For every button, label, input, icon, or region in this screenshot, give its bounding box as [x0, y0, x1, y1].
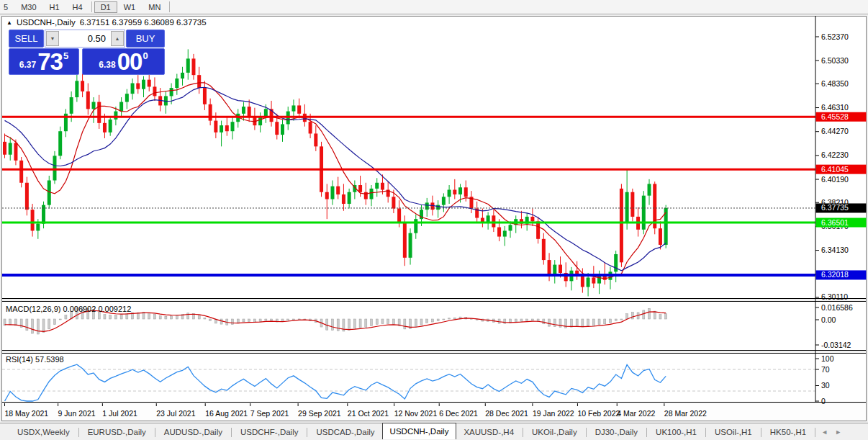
tab-audusd-daily[interactable]: AUDUSD-,Daily: [157, 426, 230, 439]
svg-text:6 Dec 2021: 6 Dec 2021: [439, 409, 478, 418]
svg-text:0: 0: [821, 397, 826, 405]
tab-usdx-weekly[interactable]: USDX,Weekly: [10, 426, 77, 439]
chart-ohlc-values: 6.37151 6.37959 6.36089 6.37735: [80, 18, 207, 27]
toolbar-separator: [91, 1, 92, 12]
tab-separator: [523, 428, 523, 437]
buy-price-small: 6.38: [99, 60, 115, 70]
tab-dj30-daily[interactable]: DJ30-,Daily: [588, 426, 645, 439]
tab-hk50-h1[interactable]: HK50-,H1: [763, 426, 814, 439]
svg-text:16 Aug 2021: 16 Aug 2021: [205, 409, 248, 418]
trading-terminal: { "toolbar": {"timeframes": ["5","M30","…: [0, 0, 868, 440]
tab-separator: [761, 428, 761, 437]
svg-text:6.42230: 6.42230: [821, 151, 849, 159]
tab-scroll-right-icon[interactable]: ►: [835, 428, 841, 436]
timeframe-m30[interactable]: M30: [14, 1, 42, 13]
tab-separator: [646, 428, 647, 437]
tab-separator: [155, 428, 155, 437]
buy-price-box[interactable]: 6.38 00 0: [82, 48, 165, 75]
svg-text:29 Sep 2021: 29 Sep 2021: [298, 409, 341, 418]
one-click-trading-panel: SELL ▼ 0.50 ▲ BUY 6.37 73 5 6.38 00 0: [9, 30, 165, 75]
tab-separator: [586, 428, 587, 437]
svg-text:6.48350: 6.48350: [821, 79, 849, 88]
svg-text:23 Jul 2021: 23 Jul 2021: [156, 409, 195, 418]
timeframe-d1[interactable]: D1: [94, 1, 117, 13]
svg-text:6.46310: 6.46310: [821, 103, 849, 112]
svg-text:6.45528: 6.45528: [821, 112, 849, 121]
timeframe-h1[interactable]: H1: [43, 1, 66, 13]
svg-text:18 May 2021: 18 May 2021: [5, 409, 49, 418]
macd-label: MACD(12,26,9) 0.006902 0.009212: [6, 305, 131, 313]
tab-eurusd-daily[interactable]: EURUSD-,Daily: [81, 426, 153, 439]
volume-input[interactable]: 0.50: [60, 30, 110, 47]
svg-text:6.52370: 6.52370: [821, 32, 849, 41]
chart-title: ▲ USDCNH-,Daily 6.37151 6.37959 6.36089 …: [6, 18, 207, 27]
svg-text:0.016586: 0.016586: [821, 303, 853, 312]
svg-text:1 Jul 2021: 1 Jul 2021: [102, 409, 137, 418]
svg-text:19 Jan 2022: 19 Jan 2022: [533, 409, 574, 418]
sell-price-small: 6.37: [19, 60, 36, 70]
svg-text:21 Oct 2021: 21 Oct 2021: [348, 409, 389, 418]
svg-text:6.37735: 6.37735: [821, 203, 849, 212]
svg-text:7 Sep 2021: 7 Sep 2021: [250, 409, 289, 418]
svg-text:6.41045: 6.41045: [821, 165, 849, 174]
tab-ukoil-daily[interactable]: UKOil-,Daily: [525, 426, 584, 439]
svg-text:9 Jun 2021: 9 Jun 2021: [58, 409, 96, 418]
timeframe-toolbar: 5 M30 H1 H4 D1 W1 MN: [0, 0, 868, 14]
tab-separator: [307, 428, 307, 437]
volume-decrease-icon[interactable]: ▼: [46, 31, 59, 46]
svg-text:6.44270: 6.44270: [821, 127, 849, 135]
toolbar-separator: [169, 1, 170, 12]
chart-symbol-label: USDCNH-,Daily: [17, 18, 76, 27]
buy-price-big: 00: [117, 51, 143, 73]
collapse-panel-icon[interactable]: ▲: [6, 19, 12, 26]
rsi-label: RSI(14) 57.5398: [6, 355, 64, 364]
buy-button[interactable]: BUY: [126, 30, 165, 48]
svg-text:10 Feb 2022: 10 Feb 2022: [577, 409, 620, 418]
volume-stepper: ▼ 0.50 ▲: [45, 30, 125, 48]
tab-usdchf-daily[interactable]: USDCHF-,Daily: [233, 426, 306, 439]
svg-text:-0.03142: -0.03142: [821, 341, 851, 349]
svg-text:100: 100: [821, 354, 834, 363]
svg-text:30: 30: [821, 381, 830, 390]
sell-price-box[interactable]: 6.37 73 5: [9, 48, 79, 75]
buy-price-sup: 0: [143, 50, 148, 61]
tab-usdcnh-daily[interactable]: USDCNH-,Daily: [382, 423, 457, 439]
svg-text:4 Mar 2022: 4 Mar 2022: [617, 409, 655, 418]
svg-text:70: 70: [821, 365, 830, 374]
tab-separator: [705, 428, 706, 437]
svg-text:6.30110: 6.30110: [821, 292, 848, 301]
svg-text:6.34130: 6.34130: [821, 246, 849, 254]
symbol-tab-bar: USDX,Weekly EURUSD-,Daily AUDUSD-,Daily …: [0, 423, 868, 440]
svg-text:6.36501: 6.36501: [821, 218, 849, 227]
tab-uk100-h1[interactable]: UK100-,H1: [648, 426, 704, 439]
svg-text:6.50330: 6.50330: [821, 56, 849, 65]
svg-text:12 Nov 2021: 12 Nov 2021: [394, 409, 438, 418]
sell-button[interactable]: SELL: [9, 30, 44, 48]
sell-price-big: 73: [37, 51, 63, 73]
tab-separator: [78, 428, 79, 437]
tab-scroll-left-icon[interactable]: ◄: [821, 428, 828, 436]
timeframe-w1[interactable]: W1: [117, 1, 143, 13]
timeframe-mn[interactable]: MN: [142, 1, 167, 13]
tab-separator: [231, 428, 232, 437]
tab-usoil-h1[interactable]: USOil-,H1: [707, 426, 759, 439]
svg-text:6.40190: 6.40190: [821, 175, 849, 184]
sell-price-sup: 5: [63, 50, 68, 61]
tab-separator: [815, 428, 815, 437]
chart-canvas[interactable]: 6.523706.503306.483506.463106.442706.422…: [0, 14, 868, 423]
tab-xauusd-h4[interactable]: XAUUSD-,H4: [456, 426, 521, 439]
svg-text:28 Mar 2022: 28 Mar 2022: [664, 409, 707, 418]
tab-usdcad-daily[interactable]: USDCAD-,Daily: [309, 426, 381, 439]
svg-text:0.00: 0.00: [821, 315, 836, 324]
timeframe-h4[interactable]: H4: [66, 1, 89, 13]
svg-text:6.32018: 6.32018: [821, 270, 849, 279]
volume-increase-icon[interactable]: ▲: [111, 31, 124, 46]
timeframe-m5[interactable]: 5: [0, 1, 14, 13]
svg-text:28 Dec 2021: 28 Dec 2021: [485, 409, 528, 418]
